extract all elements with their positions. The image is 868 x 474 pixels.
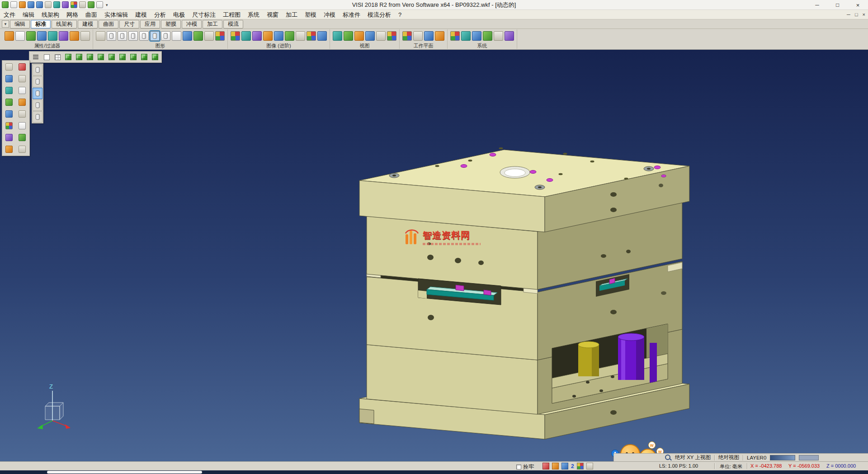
menu-item-modeling[interactable]: 建模 bbox=[132, 10, 151, 19]
minimize-button[interactable]: ─ bbox=[807, 0, 827, 10]
ribbon-icon[interactable] bbox=[344, 31, 353, 41]
tab-surface[interactable]: 曲面 bbox=[99, 20, 118, 28]
tool-icon[interactable] bbox=[3, 85, 14, 96]
mold-assembly-3d[interactable] bbox=[359, 147, 689, 439]
tool-icon[interactable] bbox=[3, 109, 14, 119]
menu-item-analysis[interactable]: 分析 bbox=[151, 10, 170, 19]
menu-item-wireframe[interactable]: 线架构 bbox=[38, 10, 63, 19]
filter-icon[interactable] bbox=[561, 463, 568, 469]
mdi-restore-button[interactable]: □ bbox=[855, 10, 858, 19]
close-button[interactable]: × bbox=[848, 0, 868, 10]
menu-item-surface[interactable]: 曲面 bbox=[82, 10, 101, 19]
menu-item-window[interactable]: 视窗 bbox=[263, 10, 282, 19]
settings-icon[interactable] bbox=[88, 1, 94, 8]
menu-item-solid-edit[interactable]: 实体编辑 bbox=[101, 10, 132, 19]
tool-icon[interactable] bbox=[16, 144, 28, 155]
ribbon-icon[interactable] bbox=[263, 31, 273, 41]
menu-item-machining[interactable]: 加工 bbox=[282, 10, 301, 19]
tool-icon[interactable] bbox=[3, 62, 14, 72]
ribbon-icon[interactable] bbox=[317, 31, 327, 41]
menu-item-drafting[interactable]: 工程图 bbox=[219, 10, 244, 19]
import-icon[interactable] bbox=[53, 1, 60, 8]
ribbon-icon[interactable] bbox=[296, 31, 305, 41]
print-icon[interactable] bbox=[45, 1, 52, 8]
tab-modeling[interactable]: 建模 bbox=[78, 20, 98, 28]
ribbon-icon[interactable] bbox=[376, 31, 386, 41]
shading-mode-icon[interactable] bbox=[118, 31, 127, 41]
tool-icon[interactable] bbox=[16, 97, 28, 108]
view-list-icon[interactable] bbox=[31, 52, 41, 62]
ribbon-icon[interactable] bbox=[285, 31, 294, 41]
ribbon-icon[interactable] bbox=[59, 31, 68, 41]
ribbon-icon[interactable] bbox=[70, 31, 79, 41]
iso-view-cube-icon[interactable] bbox=[63, 52, 73, 62]
shading-mode-icon[interactable] bbox=[139, 31, 149, 41]
ribbon-icon[interactable] bbox=[204, 31, 214, 41]
ribbon-icon[interactable] bbox=[435, 31, 444, 41]
ribbon-icon[interactable] bbox=[494, 31, 503, 41]
display-mode-icon[interactable] bbox=[33, 111, 42, 123]
ribbon-icon[interactable] bbox=[241, 31, 251, 41]
ribbon-icon[interactable] bbox=[505, 31, 514, 41]
tool-icon[interactable] bbox=[16, 109, 28, 119]
tab-edit[interactable]: 编辑 bbox=[10, 20, 30, 28]
tab-moldflow[interactable]: 模流 bbox=[223, 20, 243, 28]
ribbon-icon[interactable] bbox=[333, 31, 342, 41]
qat-more-button[interactable]: ▾ bbox=[106, 3, 108, 7]
ribbon-icon[interactable] bbox=[96, 31, 105, 41]
left-view-cube-icon[interactable] bbox=[107, 52, 117, 62]
layer-color-swatch-2[interactable] bbox=[799, 455, 819, 460]
display-mode-icon-active[interactable] bbox=[33, 88, 42, 99]
ribbon-icon[interactable] bbox=[387, 31, 396, 41]
tool-icon[interactable] bbox=[3, 120, 14, 131]
tool-icon[interactable] bbox=[3, 97, 14, 108]
tab-machining[interactable]: 加工 bbox=[203, 20, 222, 28]
menu-item-molding[interactable]: 塑模 bbox=[301, 10, 320, 19]
menu-item-help[interactable]: ? bbox=[395, 10, 405, 19]
menu-item-edit[interactable]: 编辑 bbox=[19, 10, 38, 19]
shading-mode-icon[interactable] bbox=[128, 31, 138, 41]
grid-icon[interactable] bbox=[552, 463, 559, 469]
maximize-button[interactable]: □ bbox=[827, 0, 848, 10]
ribbon-icon[interactable] bbox=[461, 31, 471, 41]
grid-view-icon[interactable] bbox=[52, 52, 62, 62]
display-mode-icon[interactable] bbox=[33, 64, 42, 76]
redo-icon[interactable] bbox=[79, 1, 86, 8]
menu-item-dimensioning[interactable]: 尺寸标注 bbox=[189, 10, 219, 19]
view-mode-label[interactable]: 绝对 XY 上视图 bbox=[675, 454, 711, 461]
display-mode-icon[interactable] bbox=[33, 100, 42, 111]
tab-molding[interactable]: 塑膜 bbox=[161, 20, 181, 28]
viewport-3d[interactable]: Z bbox=[0, 50, 868, 461]
tool-icon[interactable] bbox=[3, 132, 14, 143]
tool-icon[interactable] bbox=[3, 144, 14, 155]
ribbon-icon[interactable] bbox=[172, 31, 181, 41]
open-file-icon[interactable] bbox=[19, 1, 26, 8]
shading-mode-icon[interactable] bbox=[107, 31, 116, 41]
layer-color-swatch[interactable] bbox=[770, 455, 795, 460]
tab-dimension[interactable]: 尺寸 bbox=[119, 20, 139, 28]
ribbon-icon[interactable] bbox=[483, 31, 492, 41]
ribbon-icon[interactable] bbox=[402, 31, 412, 41]
lock-toggle[interactable]: 拴牢 bbox=[516, 463, 534, 471]
tool-icon[interactable] bbox=[16, 62, 28, 72]
prompt-icon[interactable] bbox=[586, 463, 593, 469]
taskbar-search[interactable] bbox=[47, 471, 202, 474]
bottom-view-cube-icon[interactable] bbox=[128, 52, 138, 62]
ribbon-icon[interactable] bbox=[37, 31, 47, 41]
ribbon-icon[interactable] bbox=[472, 31, 481, 41]
undo-icon[interactable] bbox=[71, 1, 77, 8]
ribbon-icon[interactable] bbox=[215, 31, 225, 41]
ribbon-icon[interactable] bbox=[5, 31, 14, 41]
tab-stamping[interactable]: 冲模 bbox=[182, 20, 202, 28]
ribbon-icon[interactable] bbox=[231, 31, 240, 41]
tab-application[interactable]: 应用 bbox=[140, 20, 160, 28]
snap-icon[interactable] bbox=[542, 463, 549, 469]
ribbon-icon[interactable] bbox=[80, 31, 90, 41]
dynamic-view-cube-icon[interactable] bbox=[150, 52, 160, 62]
tab-wireframe[interactable]: 线架构 bbox=[52, 20, 77, 28]
ribbon-icon[interactable] bbox=[424, 31, 434, 41]
back-view-cube-icon[interactable] bbox=[96, 52, 106, 62]
top-view-cube-icon[interactable] bbox=[74, 52, 84, 62]
menu-item-stamping[interactable]: 冲模 bbox=[320, 10, 339, 19]
menu-item-electrode[interactable]: 电极 bbox=[170, 10, 189, 19]
